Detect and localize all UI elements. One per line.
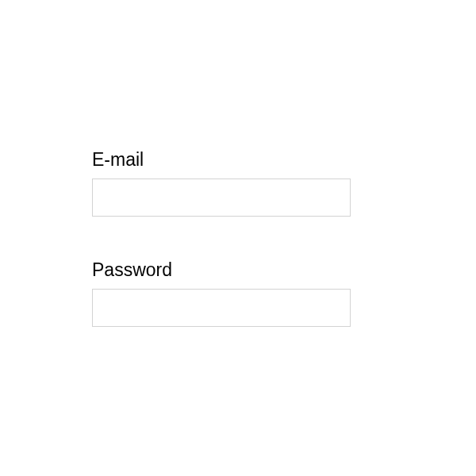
password-field-group: Password — [92, 259, 351, 327]
password-label: Password — [92, 259, 351, 281]
email-input[interactable] — [92, 178, 351, 217]
password-input[interactable] — [92, 289, 351, 327]
login-form: E-mail Password — [92, 149, 351, 370]
email-field-group: E-mail — [92, 149, 351, 217]
email-label: E-mail — [92, 149, 351, 171]
